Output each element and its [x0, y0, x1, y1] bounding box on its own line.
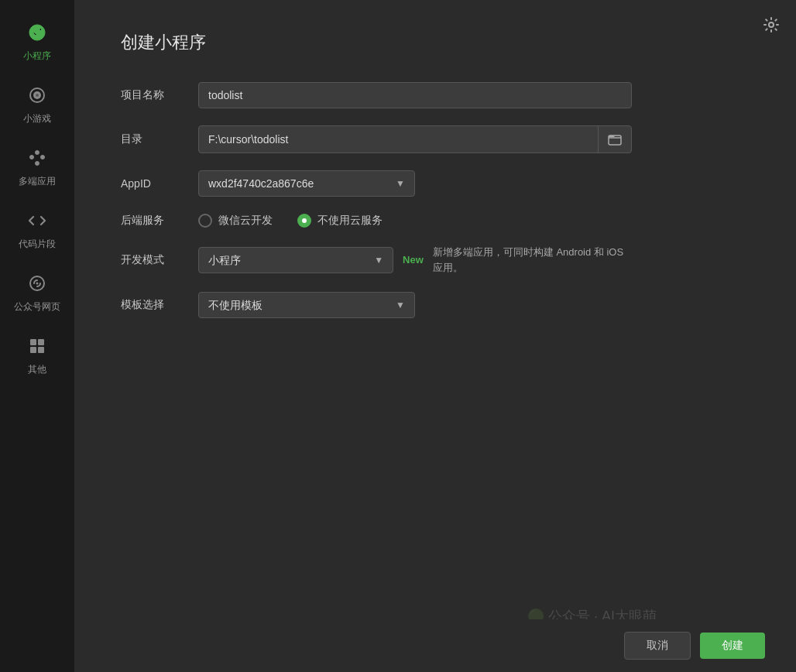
devmode-inner-row: 小程序 插件 云开发 ▼ New 新增多端应用，可同时构建 Android 和 …: [198, 245, 632, 275]
page-title: 创建小程序: [121, 31, 750, 54]
directory-control: [198, 125, 632, 153]
multiplatform-icon: [23, 144, 51, 172]
backend-wechat-cloud-label: 微信云开发: [218, 214, 273, 228]
template-row: 模板选择 不使用模板 默认模板 自定义模板 ▼: [121, 292, 750, 318]
officialaccount-icon: [23, 269, 51, 297]
directory-browse-button[interactable]: [598, 126, 631, 153]
svg-rect-7: [38, 339, 44, 345]
backend-label: 后端服务: [121, 214, 198, 228]
template-select-wrap[interactable]: 不使用模板 默认模板 自定义模板 ▼: [198, 292, 415, 318]
sidebar-item-officialaccount[interactable]: 公众号网页: [0, 259, 74, 321]
backend-radio-group: 微信云开发 不使用云服务: [198, 214, 632, 228]
settings-button[interactable]: [759, 12, 784, 37]
backend-option-wechat-cloud[interactable]: 微信云开发: [198, 214, 273, 228]
bottom-bar: 取消 创建: [149, 619, 796, 672]
sidebar-item-label: 其他: [28, 363, 46, 376]
sidebar-item-miniprogram[interactable]: 小程序: [0, 8, 74, 70]
svg-rect-6: [30, 339, 36, 345]
template-label: 模板选择: [121, 298, 198, 312]
main-content: 创建小程序 项目名称 目录: [74, 0, 796, 672]
template-control: 不使用模板 默认模板 自定义模板 ▼: [198, 292, 632, 318]
svg-point-3: [36, 94, 39, 97]
devmode-row: 开发模式 小程序 插件 云开发 ▼ New 新增多端应用，可同时构建 Andro…: [121, 245, 750, 275]
directory-input[interactable]: [199, 127, 598, 152]
sidebar-item-minigame[interactable]: 小游戏: [0, 70, 74, 133]
directory-row: 目录: [121, 125, 750, 153]
backend-row: 后端服务 微信云开发 不使用云服务: [121, 214, 750, 228]
backend-no-cloud-label: 不使用云服务: [317, 214, 383, 228]
appid-select[interactable]: wxd2f4740c2a867c6e: [208, 177, 396, 190]
project-name-input[interactable]: [198, 82, 632, 108]
svg-rect-8: [30, 347, 36, 353]
other-icon: [23, 332, 51, 360]
sidebar-item-other[interactable]: 其他: [0, 321, 74, 384]
miniprogram-icon: [23, 19, 51, 46]
backend-radio-wechat-cloud[interactable]: [198, 214, 212, 228]
backend-option-no-cloud[interactable]: 不使用云服务: [297, 214, 383, 228]
svg-point-10: [769, 22, 774, 27]
sidebar-item-label: 代码片段: [19, 238, 56, 251]
minigame-icon: [23, 81, 51, 109]
project-name-control: [198, 82, 632, 108]
svg-point-0: [36, 31, 39, 35]
directory-label: 目录: [121, 132, 198, 146]
sidebar-item-label: 小游戏: [23, 112, 51, 125]
sidebar-item-label: 公众号网页: [14, 300, 60, 314]
devmode-label: 开发模式: [121, 253, 198, 267]
codesnippet-icon: [23, 207, 51, 235]
devmode-hint: 新增多端应用，可同时构建 Android 和 iOS 应用。: [433, 245, 632, 275]
devmode-select-wrap[interactable]: 小程序 插件 云开发 ▼: [198, 247, 393, 273]
svg-point-5: [36, 283, 39, 285]
appid-row: AppID wxd2f4740c2a867c6e ▼: [121, 170, 750, 197]
svg-rect-9: [38, 347, 44, 353]
sidebar-item-codesnippet[interactable]: 代码片段: [0, 196, 74, 259]
sidebar: 小程序 小游戏 多端应用 代码片段: [0, 0, 74, 672]
devmode-control: 小程序 插件 云开发 ▼ New 新增多端应用，可同时构建 Android 和 …: [198, 245, 632, 275]
directory-input-wrap: [198, 125, 632, 153]
sidebar-item-label: 多端应用: [19, 175, 56, 188]
appid-select-wrap[interactable]: wxd2f4740c2a867c6e ▼: [198, 170, 415, 197]
template-select[interactable]: 不使用模板 默认模板 自定义模板: [199, 293, 414, 317]
sidebar-item-multiplatform[interactable]: 多端应用: [0, 133, 74, 196]
sidebar-item-label: 小程序: [23, 50, 51, 63]
devmode-select-arrow: ▼: [374, 255, 383, 266]
create-button[interactable]: 创建: [700, 633, 765, 659]
appid-select-arrow: ▼: [396, 178, 405, 189]
new-badge: New: [403, 254, 424, 266]
project-name-row: 项目名称: [121, 82, 750, 108]
backend-radio-no-cloud[interactable]: [297, 214, 311, 228]
project-name-label: 项目名称: [121, 88, 198, 102]
devmode-select[interactable]: 小程序 插件 云开发: [208, 254, 374, 266]
appid-label: AppID: [121, 177, 198, 190]
backend-control: 微信云开发 不使用云服务: [198, 214, 632, 228]
create-form: 项目名称 目录: [121, 82, 750, 335]
cancel-button[interactable]: 取消: [624, 632, 691, 660]
appid-control: wxd2f4740c2a867c6e ▼: [198, 170, 632, 197]
